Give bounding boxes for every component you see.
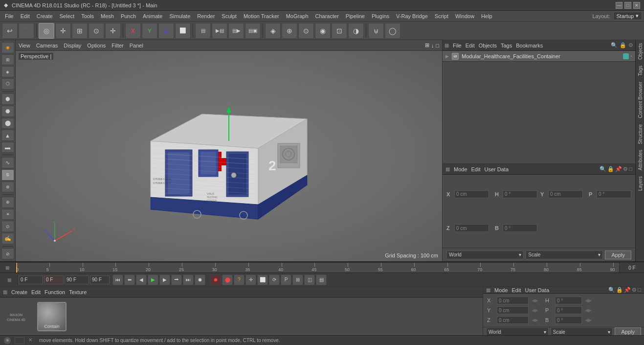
viewport-down-icon[interactable]: ↓ [431,43,434,48]
rotate-key-button[interactable]: ⟳ [269,275,280,285]
record-button[interactable]: ⏺ [195,275,205,285]
bcoord-p-input[interactable] [555,306,582,314]
menu-select[interactable]: Select [57,12,78,20]
lt-plane-button[interactable]: ▬ [1,142,14,153]
attr-mode-menu[interactable]: Mode [454,166,467,172]
rotate-tool-button[interactable]: ⊙ [89,23,104,39]
objects-tags-menu[interactable]: Tags [501,43,512,48]
object-visibility-dot[interactable] [623,53,629,59]
lt-cone-button[interactable]: ▲ [1,130,14,141]
viewport-solid-button[interactable]: ◉ [315,23,331,39]
bcoord-h-input[interactable] [555,297,582,304]
redo-button[interactable]: ↩ [19,23,34,39]
bcoord-lock-icon[interactable]: 🔒 [616,287,623,293]
lt-nurbs-button[interactable]: S [1,169,14,181]
coord-h-input[interactable] [503,190,537,198]
go-end-button[interactable]: ⏭ [183,275,194,285]
menu-edit[interactable]: Edit [18,12,33,20]
vh-display[interactable]: Display [64,43,81,48]
coord-z-pos-input[interactable] [454,224,489,232]
attr-expand-icon[interactable]: □ [629,166,632,172]
mat-edit-menu[interactable]: Edit [31,289,41,295]
lt-deformer-button[interactable]: ⊗ [1,182,14,193]
tab-attributes[interactable]: Attributes [636,147,644,173]
lt-light-button[interactable]: ☀ [1,209,14,220]
layout-selector[interactable]: Startup ▾ [613,12,642,20]
layout-snap-button[interactable]: ▤ [316,275,327,285]
viewport[interactable]: Perspective | [16,51,442,261]
viewport-camera-button[interactable]: ⊡ [332,23,347,39]
menu-vray[interactable]: V-Ray Bridge [393,12,431,20]
lt-edges-button[interactable]: ⊞ [1,54,14,66]
frame-current-input[interactable] [44,276,64,284]
tab-structure[interactable]: Structure [636,121,644,147]
search-icon[interactable]: 🔍 [611,42,618,48]
transform-button[interactable]: ✛ [105,23,121,39]
viewport-wireframe-button[interactable]: ⊕ [282,23,297,39]
lt-camera-button[interactable]: ⊕ [1,197,14,208]
go-start-button[interactable]: ⏮ [112,275,123,285]
bcoord-mode-menu[interactable]: Mode [494,287,508,293]
scale-tool-button[interactable]: ⊞ [72,23,88,39]
bcoord-b-input[interactable] [555,316,582,324]
tab-content-browser[interactable]: Content Browser [636,79,644,121]
next-frame-button[interactable]: ▶ [159,275,170,285]
menu-help[interactable]: Help [478,12,495,20]
mat-texture-menu[interactable]: Texture [69,289,87,295]
menu-mesh[interactable]: Mesh [98,12,117,20]
autokey-button[interactable]: ⏺ [210,275,221,285]
bcoord-expand-icon[interactable]: □ [638,287,641,293]
prev-frame-button[interactable]: ◀ [136,275,147,285]
vh-panel[interactable]: Panel [130,43,143,48]
stop-button[interactable]: ⬤ [222,275,233,285]
attr-settings-icon[interactable]: ⚙ [623,166,628,172]
viewport-shading-button[interactable]: ◈ [265,23,281,39]
step-forward-button[interactable]: ⮕ [171,275,182,285]
frame-start-input[interactable] [19,276,43,284]
menu-plugins[interactable]: Plugins [369,12,392,20]
lt-sphere-button[interactable]: ⬣ [1,106,14,117]
world-axis-button[interactable]: ⬜ [175,23,191,39]
attr-search-icon[interactable]: 🔍 [600,166,606,172]
render-interactive-button[interactable]: ▤▶ [228,23,244,39]
move-tool-button[interactable]: ✛ [55,23,71,39]
objects-bookmarks-menu[interactable]: Bookmarks [516,43,543,48]
snap-button[interactable]: ⊎ [368,23,384,39]
bcoord-edit-menu[interactable]: Edit [512,287,521,293]
coord-y-pos-input[interactable] [548,190,583,198]
close-button[interactable]: ✕ [633,2,640,9]
viewport-fullscreen-icon[interactable]: ⊞ [425,42,429,48]
world-dropdown[interactable]: World ▾ [446,251,524,259]
render-region-button[interactable]: ▤ [195,23,211,39]
menu-sculpt[interactable]: Sculpt [219,12,240,20]
menu-script[interactable]: Script [432,12,451,20]
grid-snap-button[interactable]: ⊞ [292,275,303,285]
menu-window[interactable]: Window [452,12,477,20]
info-button[interactable]: ? [234,275,244,285]
lock-icon[interactable]: 🔒 [620,42,626,48]
objects-edit-menu[interactable]: Edit [466,43,475,48]
lt-paint-button[interactable]: ✍ [1,233,14,244]
mat-create-menu[interactable]: Create [11,289,27,295]
objects-file-menu[interactable]: File [453,43,462,48]
pivot-key-button[interactable]: P [281,275,291,285]
play-button[interactable]: ▶ [148,275,158,285]
bcoord-settings-icon[interactable]: ⚙ [632,287,637,293]
lt-cube-button[interactable]: ⬢ [1,93,14,105]
tab-objects[interactable]: Objects [636,40,644,63]
menu-file[interactable]: File [2,12,17,20]
lt-cylinder-button[interactable]: ⬤ [1,118,14,129]
undo-button[interactable]: ↩ [2,23,18,39]
lt-spline-button[interactable]: ∿ [1,157,14,168]
lt-floor-button[interactable]: ⊙ [1,221,14,232]
bcoord-pin-icon[interactable]: 📌 [624,287,631,293]
bcoord-x-input[interactable] [497,297,529,304]
objects-objects-menu[interactable]: Objects [479,43,497,48]
frame-end2-input[interactable] [90,276,110,284]
menu-punch[interactable]: Punch [118,12,139,20]
axis-y-button[interactable]: Y [142,23,157,39]
coord-p-input[interactable] [597,190,631,198]
frame-end-input[interactable] [65,276,89,284]
axis-z-button[interactable]: Z [158,23,174,39]
lt-object-button[interactable]: ⬡ [1,78,14,90]
